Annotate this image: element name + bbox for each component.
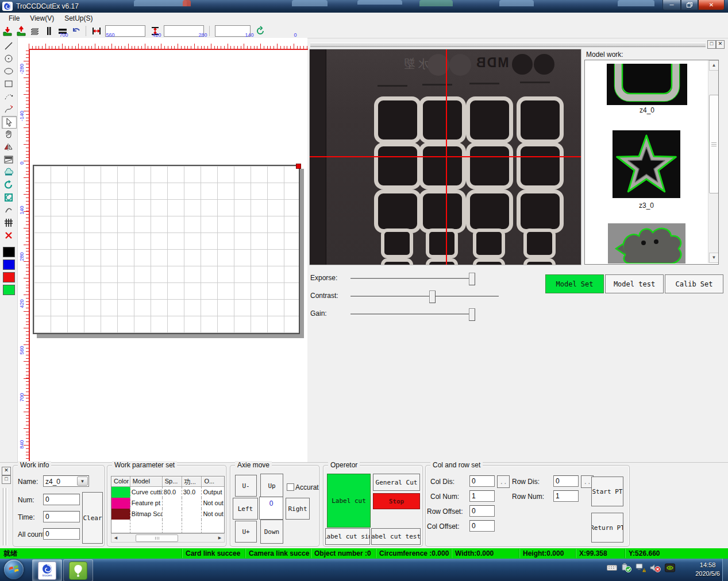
column-header-power[interactable]: 功... [182,477,202,487]
model-thumbnail-z4_0[interactable] [607,64,687,105]
time-input[interactable] [43,511,80,522]
taskbar-draw-app[interactable] [63,559,93,581]
start-pt-button[interactable]: Start PT [591,477,623,506]
model-list-scrollbar[interactable]: ▲ ▼ [708,60,718,263]
title-bar[interactable]: TroCCDCutEx v6.17 ─ ✕ [0,0,728,13]
close-button[interactable]: ✕ [698,0,725,10]
arc-segment-tool-icon[interactable] [2,204,16,216]
model-set-button[interactable]: Model Set [545,274,604,293]
gain-thumb[interactable] [469,308,475,321]
exposure-track[interactable] [350,278,474,280]
rectangle-tool-icon[interactable] [2,78,16,90]
row-dis-input[interactable] [553,475,579,487]
row-num-input[interactable] [553,490,579,502]
weld-tool-icon[interactable] [2,166,16,178]
right-button[interactable]: Right [286,498,310,520]
delete-tool-icon[interactable] [2,230,16,241]
pan-tool-icon[interactable] [2,129,16,140]
array-grid-tool-icon[interactable] [2,217,16,228]
col-dis-browse-button[interactable]: .. [497,475,510,488]
num-input[interactable] [43,494,80,505]
dock-restore-icon[interactable]: □ [2,475,11,484]
rotate-icon[interactable] [254,25,267,37]
work-area-origin-handle[interactable] [296,164,301,169]
column-header-model[interactable]: Model [130,477,163,487]
mirror-vertical-icon[interactable] [2,154,16,165]
scroll-right-icon[interactable]: ▶ [216,534,224,541]
name-combobox[interactable]: z4_0 ▼ [43,475,89,487]
model-list[interactable]: z4_0 z3_0 ▲ ▼ [584,60,719,265]
work-parameter-table[interactable]: Color Model Sp... 功... O... Curve cutti … [111,476,225,533]
select-tool-icon[interactable] [2,116,17,129]
color-swatch-black[interactable] [3,247,15,257]
clear-button[interactable]: Clear [82,492,103,544]
col-offset-input[interactable] [469,520,495,532]
contrast-track[interactable] [350,296,499,297]
rotate-tool-icon[interactable] [2,179,16,191]
color-swatch-green[interactable] [3,285,15,295]
arc-tool-icon[interactable] [2,91,16,102]
camera-view[interactable]: 水塑 MDB [309,49,581,265]
dock-close-icon[interactable]: ✕ [2,467,11,475]
column-header-speed[interactable]: Sp... [163,477,182,487]
table-row[interactable]: Feature pt Not out [111,498,224,509]
circle-tool-icon[interactable] [2,53,16,64]
panel-splitter[interactable] [310,42,706,47]
taskbar-clock[interactable]: 14:58 2020/5/6 [695,561,720,578]
label-cut-sim-button[interactable]: Label cut sim [325,528,370,545]
table-row[interactable]: Curve cutti 80.0 30.0 Output [111,487,224,498]
maximize-button[interactable] [681,0,698,10]
usb-device-icon[interactable] [621,563,631,572]
menu-file[interactable]: File [3,13,25,24]
minimize-button[interactable]: ─ [662,0,681,10]
curve-tool-icon[interactable] [2,103,16,115]
return-pt-button[interactable]: Return PT [591,513,623,543]
label-cut-test-button[interactable]: abel cut test [371,528,421,545]
save-file-icon[interactable] [15,25,28,37]
accurate-checkbox[interactable] [287,483,294,491]
row-offset-input[interactable] [469,505,495,517]
menu-setup[interactable]: SetUp(S) [59,13,98,24]
chevron-down-icon[interactable]: ▼ [77,477,88,486]
gain-track[interactable] [350,313,474,315]
all-count-input[interactable] [43,528,80,540]
color-swatch-blue[interactable] [3,259,15,270]
start-button[interactable] [4,560,24,579]
model-thumbnail-z3_0[interactable] [613,130,680,198]
open-file-icon[interactable] [1,25,14,37]
network-warning-icon[interactable] [635,563,646,572]
calib-set-button[interactable]: Calib Set [665,274,723,293]
taskbar-trocen-app[interactable]: trocen [32,559,62,581]
mirror-horizontal-icon[interactable] [2,141,16,153]
u-plus-button[interactable]: U+ [235,521,257,543]
nvidia-icon[interactable] [665,563,675,572]
u-minus-button[interactable]: U- [235,475,257,497]
column-header-color[interactable]: Color [111,477,130,487]
down-button[interactable]: Down [260,520,283,544]
line-tool-icon[interactable] [2,40,16,52]
model-test-button[interactable]: Model test [605,274,664,293]
width-measure-icon[interactable] [90,25,103,37]
col-num-input[interactable] [469,490,495,502]
rotate-selection-tool-icon[interactable] [2,192,16,203]
model-thumbnail-figure[interactable] [608,223,685,264]
menu-view[interactable]: View(V) [25,13,59,24]
table-row[interactable]: Bitmap Scar Not out [111,509,224,520]
layers-icon[interactable] [29,25,41,37]
exposure-thumb[interactable] [469,273,475,285]
stop-button[interactable]: Stop [373,493,420,509]
scrollbar-thumb[interactable] [709,95,719,193]
scroll-up-icon[interactable]: ▲ [709,60,719,71]
keyboard-icon[interactable] [607,564,617,572]
general-cut-button[interactable]: General Cut [373,474,420,491]
show-desktop-button[interactable] [722,559,728,581]
label-cut-button[interactable]: Label cut [327,474,371,528]
undo-icon[interactable] [70,25,83,37]
work-area-grid[interactable] [33,165,300,334]
ellipse-tool-icon[interactable] [2,65,16,77]
volume-muted-icon[interactable] [650,563,661,572]
col-dis-input[interactable] [469,475,495,487]
column-header-output[interactable]: O... [202,477,224,487]
scroll-left-icon[interactable]: ◀ [112,534,120,541]
scroll-down-icon[interactable]: ▼ [709,253,719,263]
